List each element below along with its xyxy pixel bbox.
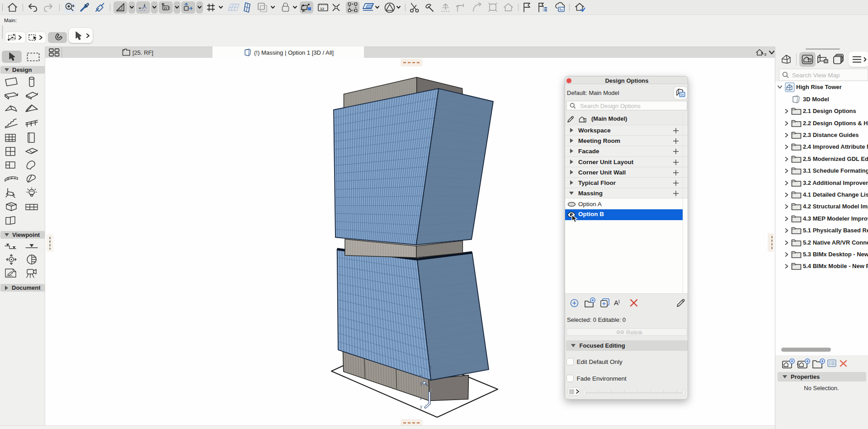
svg-text:y: y: [420, 404, 423, 409]
svg-text:z: z: [429, 364, 432, 370]
svg-text:x: x: [420, 373, 422, 378]
svg-text:12: 12: [320, 7, 324, 11]
svg-text:y: y: [420, 381, 423, 386]
svg-text:x: x: [420, 396, 422, 401]
svg-text:XY: XY: [164, 7, 168, 10]
